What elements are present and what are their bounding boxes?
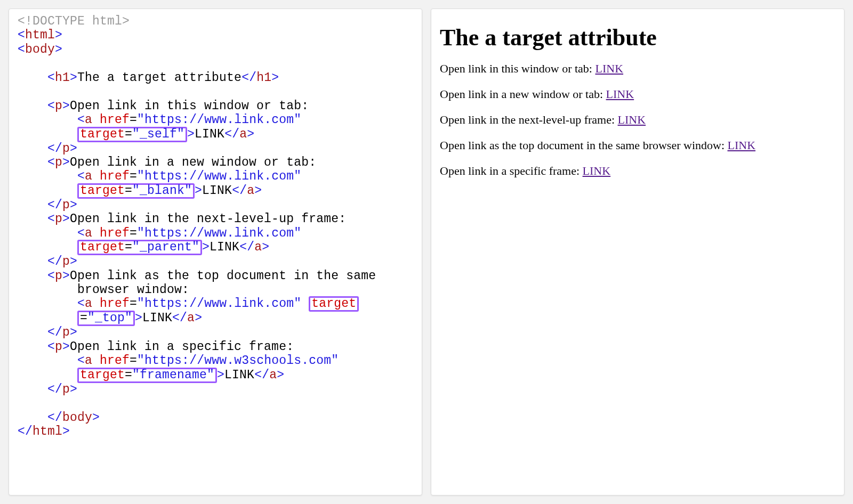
preview-item-2: Open link in a new window or tab: LINK (440, 87, 835, 101)
doctype: <!DOCTYPE html> (18, 14, 130, 28)
preview-link-4[interactable]: LINK (728, 139, 756, 152)
preview-link-2[interactable]: LINK (606, 87, 634, 101)
html-open: < (18, 28, 25, 42)
split-view: <!DOCTYPE html> <html> <body> <h1>The a … (0, 0, 853, 504)
highlight-target-top-a: target (309, 296, 359, 312)
highlight-target-parent: target="_parent" (77, 240, 202, 255)
preview-text: Open link in a specific frame: (440, 164, 583, 177)
highlight-target-blank: target="_blank" (77, 183, 195, 199)
highlight-target-framename: target="framename" (77, 368, 217, 383)
highlight-target-top-b: ="_top" (77, 311, 135, 326)
preview-text: Open link in this window or tab: (440, 62, 595, 75)
code-pane: <!DOCTYPE html> <html> <body> <h1>The a … (9, 9, 422, 495)
preview-link-3[interactable]: LINK (618, 113, 646, 126)
highlight-target-self: target="_self" (77, 127, 187, 142)
preview-item-5: Open link in a specific frame: LINK (440, 164, 835, 178)
body-open: < (18, 43, 25, 56)
preview-item-3: Open link in the next-level-up frame: LI… (440, 113, 835, 127)
preview-text: Open link in a new window or tab: (440, 87, 606, 101)
preview-text: Open link in the next-level-up frame: (440, 113, 618, 126)
preview-heading: The a target attribute (440, 24, 835, 51)
preview-item-1: Open link in this window or tab: LINK (440, 62, 835, 76)
preview-link-5[interactable]: LINK (583, 164, 611, 177)
preview-text: Open link as the top document in the sam… (440, 139, 728, 152)
preview-pane: The a target attribute Open link in this… (431, 9, 844, 495)
preview-link-1[interactable]: LINK (595, 62, 623, 75)
preview-item-4: Open link as the top document in the sam… (440, 139, 835, 152)
